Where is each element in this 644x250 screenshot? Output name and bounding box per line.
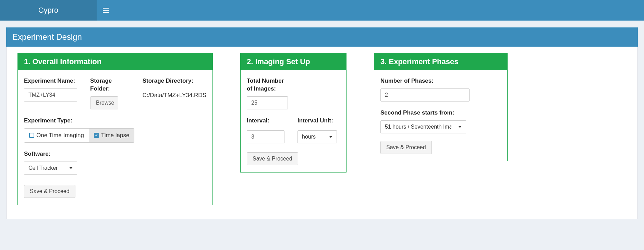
- toggle-one-time-imaging[interactable]: One Time Imaging: [24, 129, 89, 142]
- interval-unit-label: Interval Unit:: [297, 117, 337, 125]
- total-images-label-line2: of Images:: [247, 85, 340, 93]
- app-logo[interactable]: Cypro: [0, 0, 97, 21]
- interval-unit-group: Interval Unit: hours: [297, 117, 337, 143]
- save-proceed-button-panel2[interactable]: Save & Proceed: [247, 152, 298, 165]
- experiment-name-input[interactable]: [24, 88, 77, 102]
- num-phases-input[interactable]: [380, 88, 470, 102]
- hamburger-icon: [103, 8, 109, 13]
- toggle-time-lapse[interactable]: ✓ Time lapse: [89, 129, 134, 142]
- caret-down-icon: [329, 136, 332, 138]
- checkbox-checked-icon: ✓: [94, 133, 99, 138]
- svg-rect-0: [103, 8, 109, 9]
- overall-row-1: Experiment Name: Storage Folder: Browse …: [24, 77, 206, 109]
- app-title: Cypro: [38, 6, 59, 15]
- page-body: 1. Overall Information Experiment Name: …: [6, 47, 638, 219]
- experiment-type-toggle: One Time Imaging ✓ Time lapse: [24, 128, 134, 143]
- second-phase-value: 51 hours / Seventeenth Image: [385, 124, 451, 130]
- storage-directory-group: Storage Directory: C:/Data/TMZ+LY34.RDS: [143, 77, 206, 109]
- software-select-value: Cell Tracker: [28, 165, 58, 171]
- storage-folder-group: Storage Folder: Browse: [90, 77, 130, 109]
- page-title: Experiment Design: [6, 27, 638, 47]
- toggle-one-time-label: One Time Imaging: [36, 132, 84, 139]
- panel-experiment-phases-header: 3. Experiment Phases: [374, 53, 507, 70]
- panel-experiment-phases-body: Number of Phases: Second Phase starts fr…: [374, 70, 507, 161]
- total-images-input[interactable]: [247, 96, 288, 109]
- interval-unit-value: hours: [302, 134, 316, 140]
- save-proceed-button-panel3[interactable]: Save & Proceed: [380, 141, 432, 154]
- software-group: Software: Cell Tracker: [24, 150, 206, 175]
- interval-input[interactable]: [247, 130, 284, 143]
- second-phase-select[interactable]: 51 hours / Seventeenth Image: [380, 120, 466, 133]
- main-area: Experiment Design 1. Overall Information…: [0, 21, 644, 233]
- storage-folder-label: Storage Folder:: [90, 77, 130, 93]
- num-phases-label: Number of Phases:: [380, 77, 501, 85]
- interval-row: Interval: Interval Unit: hours: [247, 117, 340, 143]
- interval-label: Interval:: [247, 117, 284, 125]
- interval-unit-select[interactable]: hours: [297, 130, 337, 143]
- save-proceed-button-panel1[interactable]: Save & Proceed: [24, 185, 75, 198]
- panel-imaging-setup-header: 2. Imaging Set Up: [241, 53, 346, 70]
- check-mark-icon: ✓: [95, 133, 98, 137]
- panel-imaging-setup: 2. Imaging Set Up Total Number of Images…: [240, 53, 347, 172]
- panel-overall-information: 1. Overall Information Experiment Name: …: [17, 53, 213, 205]
- topbar: Cypro: [0, 0, 644, 21]
- interval-group: Interval:: [247, 117, 284, 143]
- panel-overall-information-header: 1. Overall Information: [18, 53, 212, 70]
- hamburger-menu-button[interactable]: [97, 0, 115, 21]
- caret-down-icon: [69, 167, 73, 169]
- checkbox-unchecked-icon: [29, 133, 34, 138]
- storage-directory-value: C:/Data/TMZ+LY34.RDS: [143, 92, 206, 99]
- experiment-name-label: Experiment Name:: [24, 77, 77, 85]
- second-phase-group: Second Phase starts from: 51 hours / Sev…: [380, 109, 501, 133]
- panel-imaging-setup-body: Total Number of Images: Interval: Interv…: [241, 70, 346, 172]
- storage-directory-label: Storage Directory:: [143, 77, 206, 85]
- toggle-time-lapse-label: Time lapse: [101, 132, 130, 139]
- num-phases-group: Number of Phases:: [380, 77, 501, 102]
- experiment-type-group: Experiment Type: One Time Imaging ✓ Time…: [24, 117, 206, 143]
- browse-button[interactable]: Browse: [90, 96, 118, 109]
- panel-experiment-phases: 3. Experiment Phases Number of Phases: S…: [374, 53, 508, 161]
- panels-row: 1. Overall Information Experiment Name: …: [17, 53, 627, 205]
- svg-rect-2: [103, 12, 109, 13]
- caret-down-icon: [458, 126, 462, 128]
- total-images-group: Total Number of Images:: [247, 77, 340, 109]
- total-images-label-line1: Total Number: [247, 77, 340, 85]
- software-select[interactable]: Cell Tracker: [24, 162, 77, 175]
- svg-rect-1: [103, 10, 109, 11]
- software-label: Software:: [24, 150, 206, 158]
- panel-overall-information-body: Experiment Name: Storage Folder: Browse …: [18, 70, 212, 205]
- experiment-name-group: Experiment Name:: [24, 77, 77, 109]
- experiment-type-label: Experiment Type:: [24, 117, 206, 125]
- second-phase-label: Second Phase starts from:: [380, 109, 501, 117]
